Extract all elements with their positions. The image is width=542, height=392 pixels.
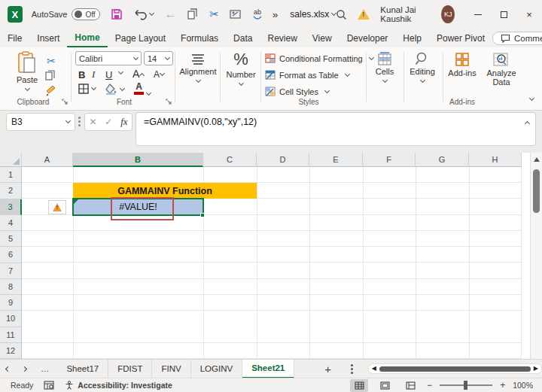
zoom-out-button[interactable]: − <box>427 380 432 390</box>
sheet-tab-finv[interactable]: FINV <box>152 360 190 378</box>
zoom-slider-thumb[interactable] <box>464 381 467 390</box>
cells-button[interactable]: Cells <box>369 52 400 82</box>
row-header-12[interactable]: 12 <box>0 343 22 359</box>
vertical-scroll-thumb[interactable] <box>533 169 540 213</box>
row-header-10[interactable]: 10 <box>0 311 22 327</box>
column-header-a[interactable]: A <box>22 153 73 167</box>
column-header-e[interactable]: E <box>309 153 363 167</box>
cut-icon[interactable]: ✂ <box>209 8 219 21</box>
fill-color-button[interactable] <box>105 84 124 95</box>
formula-bar-expand-chevron-icon[interactable] <box>525 121 530 126</box>
paste-button[interactable]: Paste <box>11 51 44 90</box>
macro-record-icon[interactable] <box>44 381 54 390</box>
sheet-menu-icon[interactable] <box>351 368 353 370</box>
insert-function-icon[interactable]: fx <box>120 116 127 128</box>
name-box[interactable]: B3 <box>6 113 75 131</box>
italic-button[interactable]: I <box>92 68 95 81</box>
tab-developer[interactable]: Developer <box>340 30 396 47</box>
undo-button[interactable] <box>133 8 154 20</box>
fill-handle[interactable] <box>200 213 205 217</box>
scroll-up-button[interactable] <box>531 153 542 166</box>
user-name[interactable]: Kunal Jai Kaushik <box>380 5 431 23</box>
file-name[interactable]: sales.xlsx <box>290 9 336 20</box>
accessibility-status[interactable]: Accessibility: Investigate <box>65 381 172 390</box>
copy-icon[interactable] <box>187 8 199 20</box>
tab-data[interactable]: Data <box>226 30 260 47</box>
horizontal-scrollbar[interactable]: ◀ ▶ <box>368 363 542 374</box>
conditional-formatting-button[interactable]: Conditional Formatting <box>265 53 373 63</box>
row-header-9[interactable]: 9 <box>0 295 22 311</box>
save-icon[interactable] <box>111 8 123 20</box>
autosave-toggle[interactable]: Off <box>72 8 100 20</box>
formula-input[interactable]: =GAMMAINV(0.08,"xy",12) <box>136 112 536 146</box>
cell-styles-button[interactable]: Cell Styles <box>265 87 329 96</box>
more-commands-icon[interactable]: » <box>273 9 278 20</box>
hscroll-left-icon[interactable]: ◀ <box>372 366 376 372</box>
row-header-5[interactable]: 5 <box>0 231 22 247</box>
row-header-8[interactable]: 8 <box>0 279 22 295</box>
tab-file[interactable]: File <box>0 30 29 47</box>
column-header-c[interactable]: C <box>203 153 257 167</box>
row-header-3[interactable]: 3 <box>0 199 22 215</box>
row-header-11[interactable]: 11 <box>0 327 22 343</box>
tab-page-layout[interactable]: Page Layout <box>108 30 173 47</box>
column-header-f[interactable]: F <box>363 153 416 167</box>
undo-chevron-icon[interactable] <box>149 11 154 16</box>
horizontal-scroll-thumb[interactable] <box>379 366 531 372</box>
number-button[interactable]: % Number <box>223 50 259 85</box>
search-icon[interactable] <box>336 9 347 20</box>
row-header-7[interactable]: 7 <box>0 263 22 279</box>
tab-help[interactable]: Help <box>395 30 429 47</box>
maximize-button[interactable] <box>491 0 516 29</box>
underline-button[interactable]: U <box>105 68 112 81</box>
view-page-break-button[interactable] <box>401 379 419 392</box>
view-normal-button[interactable] <box>350 379 368 392</box>
underline-chevron-icon[interactable] <box>118 69 123 74</box>
addins-button[interactable]: Add-ins <box>446 52 479 77</box>
picture-icon[interactable] <box>230 9 242 20</box>
enter-icon[interactable]: ✓ <box>105 117 112 127</box>
sheet-nav-more-icon[interactable]: … <box>33 364 58 373</box>
cut-button[interactable]: ✂ <box>47 55 56 67</box>
sheet-nav-left-icon[interactable] <box>0 367 17 371</box>
row-header-1[interactable]: 1 <box>0 167 22 183</box>
minimize-button[interactable] <box>465 0 491 29</box>
warning-icon[interactable] <box>358 9 370 20</box>
sheet-nav-right-icon[interactable] <box>17 367 33 371</box>
tab-power-pivot[interactable]: Power Pivot <box>429 30 492 47</box>
comments-button[interactable]: Comments <box>492 32 542 45</box>
ribbon-collapse-chevron-icon[interactable] <box>529 96 534 101</box>
decrease-font-button[interactable]: A <box>154 68 164 81</box>
sheet-tab-sheet21[interactable]: Sheet21 <box>242 360 294 378</box>
format-as-table-button[interactable]: Format as Table <box>265 70 349 80</box>
alignment-button[interactable]: Alignment <box>178 53 218 82</box>
font-name-select[interactable]: Calibri <box>75 51 142 65</box>
font-dialog-launcher-icon[interactable] <box>166 99 172 105</box>
select-all-corner[interactable] <box>0 153 22 167</box>
analyze-data-button[interactable]: AnalyzeData <box>482 52 521 87</box>
sheet-tab-sheet17[interactable]: Sheet17 <box>57 360 108 378</box>
tab-formulas[interactable]: Formulas <box>173 30 226 47</box>
column-header-d[interactable]: D <box>257 153 309 167</box>
zoom-level[interactable]: 100% <box>513 381 533 390</box>
row-header-4[interactable]: 4 <box>0 215 22 231</box>
row-header-2[interactable]: 2 <box>0 183 22 199</box>
zoom-in-button[interactable]: + <box>500 380 505 390</box>
zoom-slider[interactable] <box>440 384 492 386</box>
copy-button[interactable] <box>45 70 56 81</box>
tab-insert[interactable]: Insert <box>29 30 67 47</box>
tab-review[interactable]: Review <box>260 30 304 47</box>
column-header-g[interactable]: G <box>416 153 469 167</box>
font-size-select[interactable]: 14 <box>144 51 173 65</box>
sheet-tab-fdist[interactable]: FDIST <box>108 360 152 378</box>
title-cell-b2[interactable]: GAMMAINV Function <box>73 183 257 199</box>
column-header-h[interactable]: H <box>469 153 522 167</box>
clipboard-dialog-launcher-icon[interactable] <box>62 99 69 105</box>
tab-view[interactable]: View <box>305 30 340 47</box>
cancel-icon[interactable]: ✕ <box>89 117 96 127</box>
hscroll-right-icon[interactable]: ▶ <box>534 366 538 372</box>
autosave-control[interactable]: AutoSave Off <box>32 8 101 20</box>
error-options-button[interactable] <box>48 200 66 214</box>
row-header-6[interactable]: 6 <box>0 247 22 263</box>
increase-font-button[interactable]: A <box>132 67 144 81</box>
